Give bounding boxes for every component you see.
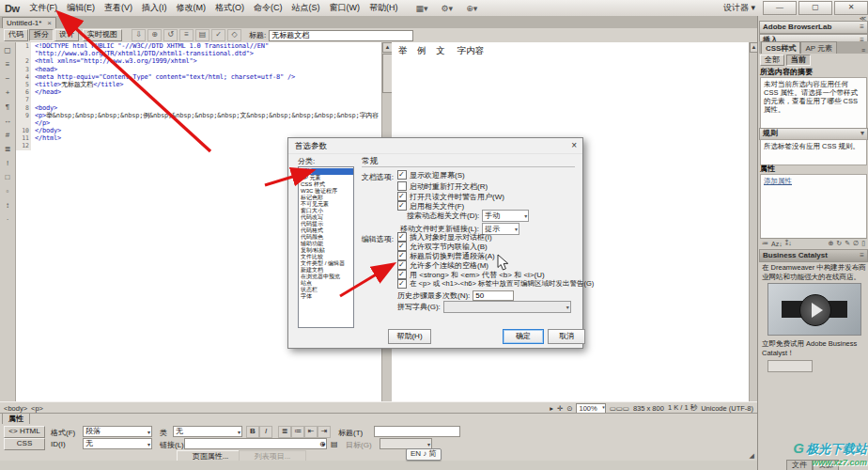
window-size-value[interactable]: 835 x 800 xyxy=(633,404,664,413)
checkbox-icon[interactable] xyxy=(397,192,407,201)
dialog-titlebar[interactable]: 首选参数 × xyxy=(288,138,582,154)
expand-all-icon[interactable]: ¶ xyxy=(3,102,13,112)
category-item[interactable]: 状态栏 xyxy=(299,287,353,293)
category-item[interactable]: 窗口大小 xyxy=(299,208,353,214)
tab-ap-elements[interactable]: AP 元素 xyxy=(800,41,837,54)
category-item[interactable]: 不可见元素 xyxy=(299,201,353,208)
collapse-tag-icon[interactable]: − xyxy=(3,74,13,84)
code-navigator-icon[interactable]: ≡ xyxy=(3,60,13,70)
code-line[interactable]: 1<!DOCTYPE html PUBLIC "-//W3C//DTD XHTM… xyxy=(16,42,381,50)
apply-comment-icon[interactable]: □ xyxy=(3,173,13,182)
indent-icon[interactable]: ⇥ xyxy=(318,426,331,438)
option-row[interactable]: 在 <p> 或 <h1>-<h6> 标签中放置可编辑区域时发出警告(G) xyxy=(397,279,594,289)
menu-help[interactable]: 帮助(H) xyxy=(364,1,403,15)
checkbox-icon[interactable] xyxy=(397,181,407,191)
line-numbers-icon[interactable]: ≣ xyxy=(3,145,13,154)
menu-commands[interactable]: 命令(C) xyxy=(249,1,287,15)
category-list[interactable]: 常规AP 元素CSS 样式W3C 验证程序标记色彩不可见元素窗口大小代码改写代码… xyxy=(298,166,354,328)
format-select[interactable]: 段落 xyxy=(83,426,152,437)
panel-menu-icon[interactable]: ≡ xyxy=(860,22,864,32)
check-browser-icon[interactable]: ◇ xyxy=(227,29,241,41)
play-icon[interactable] xyxy=(799,294,831,326)
panel-menu-icon[interactable]: ≡ xyxy=(859,47,868,54)
history-steps-input[interactable] xyxy=(473,290,514,301)
balance-braces-icon[interactable]: # xyxy=(3,131,13,140)
option-row[interactable]: 启用相关文件(F) xyxy=(397,201,464,211)
browserlab-panel-header[interactable]: Adobe BrowserLab≡ xyxy=(759,21,868,34)
option-row[interactable]: 启动时重新打开文档(R) xyxy=(397,181,488,191)
window-size-icon[interactable]: ▭▭▭ xyxy=(610,404,629,413)
zoom-level-select[interactable]: 100% xyxy=(576,403,605,414)
category-item[interactable]: 新建文档 xyxy=(299,267,353,274)
code-line[interactable]: "http://www.w3.org/TR/xhtml1/DTD/xhtml1-… xyxy=(16,50,381,57)
cancel-button[interactable]: 取消 xyxy=(548,329,585,344)
ok-button[interactable]: 确定 xyxy=(503,329,544,344)
point-to-file-icon[interactable]: ⊕ xyxy=(319,440,326,448)
preview-debug-icon[interactable]: ⊕ xyxy=(147,29,162,41)
code-line[interactable]: 4<meta http-equiv="Content-Type" content… xyxy=(16,73,381,81)
ordered-list-icon[interactable]: ≔ xyxy=(291,426,304,438)
menu-window[interactable]: 窗口(W) xyxy=(325,1,365,15)
help-button[interactable]: 帮助(H) xyxy=(388,329,431,344)
code-line[interactable]: 9<p>举&nbsp;&nbsp;&nbsp;&nbsp;例&nbsp;&nbs… xyxy=(16,112,381,119)
menu-format[interactable]: 格式(O) xyxy=(210,1,249,15)
category-item[interactable]: 文件比较 xyxy=(299,254,353,260)
highlight-invalid-icon[interactable]: ! xyxy=(3,159,13,168)
close-button[interactable]: ✕ xyxy=(834,1,868,15)
disable-icon[interactable]: ∅ xyxy=(853,240,859,247)
delete-rule-icon[interactable]: ▯ xyxy=(861,240,865,247)
checkbox-icon[interactable] xyxy=(397,242,407,251)
tag-selector-body[interactable]: <body> xyxy=(4,404,27,413)
collapse-selection-icon[interactable]: + xyxy=(3,88,13,98)
code-view-button[interactable]: 代码 xyxy=(4,29,28,41)
panel-resize-icon[interactable]: ◢ xyxy=(750,452,754,460)
all-mode-button[interactable]: 全部 xyxy=(760,55,784,66)
validate-icon[interactable]: ✓ xyxy=(211,29,225,41)
menu-modify[interactable]: 修改(M) xyxy=(172,1,211,15)
design-view-button[interactable]: 设计 xyxy=(54,29,79,41)
class-select[interactable]: 无 xyxy=(173,426,242,437)
tab-css-styles[interactable]: CSS样式 xyxy=(761,41,800,54)
ime-indicator[interactable]: EN ♪ 简 xyxy=(406,448,442,461)
code-line[interactable]: 2<html xmlns="http://www.w3.org/1999/xht… xyxy=(16,57,381,65)
outdent-icon[interactable]: ⇤ xyxy=(304,426,318,438)
zoom-tool-icon[interactable]: ⊙ xyxy=(566,404,572,413)
category-item[interactable]: 在浏览器中预览 xyxy=(299,274,353,280)
checkbox-icon[interactable] xyxy=(397,279,407,289)
menu-site[interactable]: 站点(S) xyxy=(287,1,325,15)
workspace-switcher[interactable]: 设计器 ▾ xyxy=(723,2,761,14)
category-item[interactable]: 代码颜色 xyxy=(299,234,353,241)
checkbox-icon[interactable] xyxy=(397,232,407,242)
show-category-view-icon[interactable]: ≔ xyxy=(762,240,768,247)
option-row[interactable]: 用 <strong> 和 <em> 代替 <b> 和 <i>(U) xyxy=(397,270,545,279)
menu-view[interactable]: 查看(V) xyxy=(100,1,137,15)
new-rule-icon[interactable]: ↻ xyxy=(836,240,842,247)
checkbox-icon[interactable] xyxy=(397,260,407,270)
show-list-view-icon[interactable]: Az↓ xyxy=(771,241,783,247)
category-item[interactable]: CSS 样式 xyxy=(299,181,353,188)
italic-button[interactable]: I xyxy=(259,426,272,438)
category-item[interactable]: 站点 xyxy=(299,280,353,287)
checkbox-icon[interactable] xyxy=(397,201,407,211)
tab-close-icon[interactable]: × xyxy=(47,19,52,27)
unordered-list-icon[interactable]: ≣ xyxy=(278,426,291,438)
format-source-icon[interactable]: · xyxy=(3,215,13,225)
current-mode-button[interactable]: 当前 xyxy=(786,55,811,66)
minimize-button[interactable]: — xyxy=(763,1,797,15)
code-line[interactable]: </p> xyxy=(16,119,381,127)
panel-menu-icon[interactable]: ≡ xyxy=(860,250,864,260)
bc-get-started-button[interactable] xyxy=(767,360,813,372)
category-item[interactable]: 字体 xyxy=(299,293,353,300)
code-line[interactable]: 8<body> xyxy=(16,104,381,112)
business-catalyst-header[interactable]: Business Catalyst≡ xyxy=(759,249,868,262)
hand-tool-icon[interactable]: ✛ xyxy=(557,404,563,413)
checkbox-icon[interactable] xyxy=(397,170,407,180)
browse-folder-icon[interactable]: ▤ xyxy=(331,440,338,448)
split-view-button[interactable]: 拆分 xyxy=(29,29,54,41)
option-row-multiple-spaces[interactable]: 允许多个连续的空格(M) xyxy=(397,260,488,270)
edit-rule-icon[interactable]: ✎ xyxy=(845,240,850,247)
option-row[interactable]: 打开只读文件时警告用户(W) xyxy=(397,192,504,201)
extend-icon[interactable]: ⚙▾ xyxy=(442,4,454,13)
menu-insert[interactable]: 插入(I) xyxy=(137,1,172,15)
remove-comment-icon[interactable]: ▫ xyxy=(3,187,13,196)
